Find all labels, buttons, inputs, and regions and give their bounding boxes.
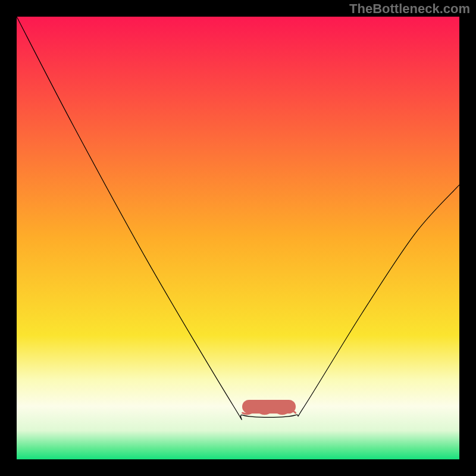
watermark-text: TheBottleneck.com bbox=[349, 1, 470, 17]
plot-area bbox=[17, 17, 459, 459]
chart-frame: TheBottleneck.com bbox=[0, 0, 476, 476]
bottleneck-highlight bbox=[17, 17, 459, 459]
